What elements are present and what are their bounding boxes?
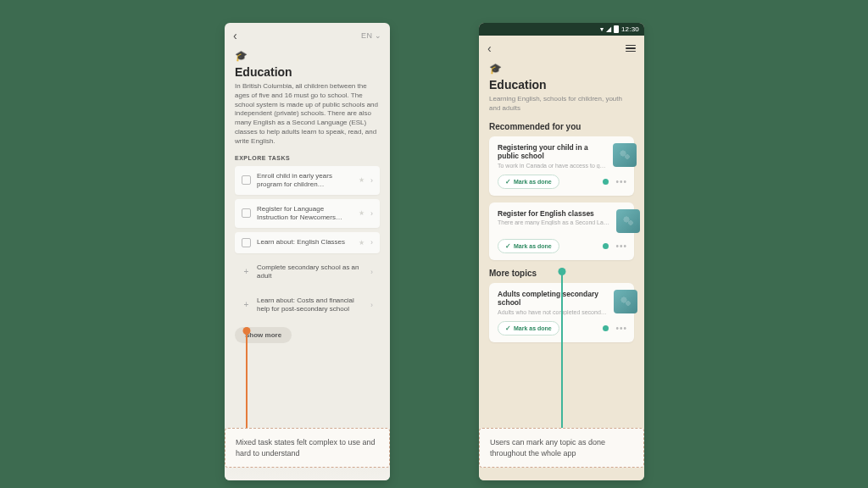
back-button[interactable]: ‹	[233, 29, 237, 42]
chevron-down-icon: ⌄	[375, 31, 382, 40]
topic-subtitle: Adults who have not completed second…	[498, 309, 607, 315]
topic-title: Register for English classes	[498, 209, 609, 219]
signal-icon: ◢	[606, 25, 611, 33]
pointer-dot-icon	[243, 327, 251, 335]
task-text: Enroll child in early years program for …	[257, 172, 353, 189]
plus-icon[interactable]: +	[242, 300, 251, 309]
chevron-right-icon: ›	[370, 268, 373, 276]
checkbox-icon[interactable]	[242, 208, 251, 218]
mockup-before: ‹ EN ⌄ 🎓 Education In British Columbia, …	[225, 23, 390, 480]
graduation-cap-icon: 🎓	[235, 50, 380, 62]
topic-title: Registering your child in a public schoo…	[498, 143, 606, 161]
star-icon[interactable]: ★	[359, 176, 364, 184]
page-title: Education	[489, 78, 634, 92]
topic-title: Adults completing secondary school	[498, 290, 607, 308]
menu-button[interactable]	[626, 45, 636, 53]
chevron-right-icon: ›	[370, 301, 373, 309]
screen-content: 🎓 Education In British Columbia, all chi…	[225, 48, 390, 480]
page-description: Learning English, schools for children, …	[489, 95, 634, 114]
chevron-right-icon: ›	[370, 209, 373, 218]
pointer-dot-icon	[559, 268, 566, 275]
battery-icon	[614, 25, 619, 33]
chevron-right-icon: ›	[370, 238, 373, 247]
topbar: ‹	[479, 36, 644, 61]
annotation-pointer-after	[561, 271, 563, 428]
more-options-icon[interactable]: •••	[615, 324, 627, 333]
bookmark-icon[interactable]	[603, 179, 609, 185]
checkbox-icon[interactable]	[242, 175, 251, 185]
topbar: ‹ EN ⌄	[225, 23, 390, 48]
more-options-icon[interactable]: •••	[615, 241, 627, 251]
page-description: In British Columbia, all children betwee…	[235, 82, 380, 147]
wifi-icon: ▾	[600, 25, 604, 33]
bookmark-icon[interactable]	[603, 325, 609, 331]
task-text: Learn about: Costs and financial help fo…	[257, 297, 364, 313]
task-text: Complete secondary school as an adult	[257, 263, 364, 280]
page-title: Education	[235, 65, 380, 79]
topic-card[interactable]: Register for English classes There are m…	[489, 202, 634, 260]
task-row[interactable]: Enroll child in early years program for …	[235, 166, 380, 195]
task-row[interactable]: + Complete secondary school as an adult …	[235, 258, 380, 286]
plus-icon[interactable]: +	[242, 267, 251, 276]
topic-thumbnail	[614, 290, 637, 313]
android-statusbar: ▾ ◢ 12:30	[479, 23, 644, 36]
mark-as-done-button[interactable]: Mark as done	[498, 239, 559, 253]
topic-thumbnail	[616, 209, 640, 233]
task-row[interactable]: + Learn about: Costs and financial help …	[235, 291, 380, 319]
explore-tasks-label: EXPLORE TASKS	[235, 155, 380, 161]
mark-as-done-button[interactable]: Mark as done	[498, 321, 559, 336]
task-row[interactable]: Learn about: English Classes ★ ›	[235, 232, 380, 253]
language-selector[interactable]: EN ⌄	[361, 31, 381, 40]
annotation-caption-after: Users can mark any topic as done through…	[479, 428, 644, 468]
task-text: Learn about: English Classes	[257, 238, 353, 247]
language-label: EN	[361, 31, 373, 40]
topic-subtitle: To work in Canada or have access to g…	[498, 163, 606, 169]
annotation-pointer-before	[246, 330, 248, 428]
task-row[interactable]: Register for Language Instruction for Ne…	[235, 199, 380, 228]
annotation-caption-before: Mixed task states felt complex to use an…	[225, 428, 390, 468]
star-icon[interactable]: ★	[359, 239, 364, 247]
star-icon[interactable]: ★	[359, 209, 364, 217]
topic-subtitle: There are many English as a Second La…	[498, 219, 609, 225]
checkbox-icon[interactable]	[242, 238, 251, 247]
topic-thumbnail	[613, 143, 637, 167]
mark-as-done-button[interactable]: Mark as done	[498, 175, 559, 189]
topic-card[interactable]: Registering your child in a public schoo…	[489, 136, 634, 196]
graduation-cap-icon: 🎓	[489, 63, 634, 75]
recommended-label: Recommended for you	[489, 122, 634, 131]
chevron-right-icon: ›	[370, 176, 373, 185]
bookmark-icon[interactable]	[603, 243, 609, 249]
more-options-icon[interactable]: •••	[615, 177, 627, 186]
back-button[interactable]: ‹	[487, 42, 492, 55]
task-text: Register for Language Instruction for Ne…	[257, 205, 353, 222]
status-time: 12:30	[621, 25, 639, 33]
